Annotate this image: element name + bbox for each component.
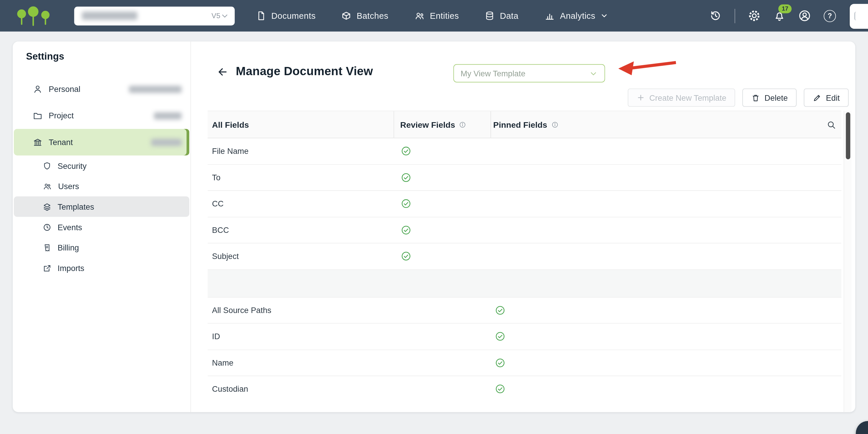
person-icon [33, 84, 42, 94]
batches-icon [341, 10, 352, 21]
chevron-down-icon [589, 69, 598, 78]
info-icon[interactable] [459, 121, 466, 128]
sidebar-item-events[interactable]: Events [14, 217, 189, 238]
review-check-icon[interactable] [401, 251, 411, 262]
sidebar-item-imports[interactable]: Imports [14, 258, 189, 278]
table-row: Subject [208, 243, 841, 270]
plus-icon [637, 93, 645, 102]
field-name: ID [208, 332, 220, 341]
redacted-project-value [154, 112, 182, 119]
view-template-select-value: My View Template [460, 69, 525, 78]
sidebar-item-tenant[interactable]: Tenant [14, 129, 189, 155]
annotation-red-arrow [611, 58, 680, 77]
column-label: Pinned Fields [493, 120, 548, 129]
sidebar-item-security[interactable]: Security [14, 155, 189, 176]
chevron-down-icon [600, 12, 609, 20]
nav-item-data[interactable]: Data [485, 10, 519, 21]
delete-button[interactable]: Delete [742, 89, 796, 107]
column-label: All Fields [212, 120, 249, 129]
notification-count-badge: 17 [778, 4, 792, 13]
nav-label: Documents [271, 11, 316, 21]
pinned-check-icon[interactable] [495, 357, 505, 368]
table-header: All Fields Review Fields Pinned Fields [208, 111, 841, 138]
column-header-all-fields: All Fields [212, 111, 249, 138]
pinned-check-icon[interactable] [495, 384, 505, 394]
sidebar-item-label: Project [49, 111, 74, 120]
pencil-icon [813, 93, 822, 102]
nav-item-documents[interactable]: Documents [256, 10, 316, 21]
nav-item-entities[interactable]: Entities [414, 10, 459, 21]
sidebar-item-label: Security [58, 161, 87, 170]
account-avatar-icon[interactable] [798, 9, 811, 22]
sidebar-item-templates[interactable]: Templates [14, 196, 189, 217]
top-nav: V5 Documents Batches Entities Data [0, 0, 868, 31]
column-divider [394, 111, 394, 138]
sidebar-item-billing[interactable]: Billing [14, 237, 189, 258]
nav-label: Analytics [560, 11, 595, 21]
table-scrollbar[interactable] [844, 111, 851, 412]
sidebar-item-label: Events [58, 223, 82, 231]
help-icon[interactable]: ? [824, 10, 836, 22]
create-new-template-button[interactable]: Create New Template [628, 89, 735, 107]
field-name: Name [208, 358, 233, 367]
nav-label: Entities [430, 11, 459, 21]
gear-icon[interactable] [748, 9, 761, 22]
shield-icon [42, 161, 52, 170]
sidebar-title: Settings [26, 51, 64, 63]
history-icon[interactable] [709, 9, 722, 22]
field-name: To [208, 173, 220, 182]
sidebar-item-label: Imports [58, 264, 84, 272]
fields-table: All Fields Review Fields Pinned Fields [208, 111, 841, 394]
field-name: Custodian [208, 385, 248, 394]
review-check-icon[interactable] [401, 172, 411, 182]
sidebar-list: Personal Project Tenant Security [14, 76, 189, 278]
column-divider [490, 111, 491, 138]
nav-label: Batches [357, 11, 389, 21]
cutoff-popup-glyph [854, 12, 860, 21]
back-button[interactable] [217, 65, 228, 77]
notifications-button[interactable]: 17 [773, 10, 785, 22]
review-check-icon[interactable] [401, 146, 411, 157]
org-selector[interactable]: V5 [74, 6, 235, 25]
button-label: Delete [765, 93, 788, 102]
table-body: File Name To CC BCC Subject [208, 138, 841, 394]
layers-icon [42, 202, 52, 211]
pinned-check-icon[interactable] [495, 331, 505, 342]
sidebar-item-personal[interactable]: Personal [14, 76, 189, 102]
page-header: Manage Document View [217, 65, 373, 78]
field-name: All Source Paths [208, 306, 271, 314]
manage-document-view-panel: Manage Document View My View Template Cr… [191, 41, 856, 412]
column-label: Review Fields [400, 120, 455, 129]
back-arrow-icon [217, 65, 228, 77]
org-version-label: V5 [212, 12, 220, 20]
info-icon[interactable] [551, 121, 558, 128]
field-name: CC [208, 199, 224, 208]
search-icon[interactable] [827, 120, 836, 130]
chevron-down-icon [220, 11, 229, 20]
nav-item-analytics[interactable]: Analytics [544, 10, 609, 21]
nav-divider [735, 8, 735, 23]
review-check-icon[interactable] [401, 199, 411, 209]
pinned-check-icon[interactable] [495, 305, 505, 316]
sidebar-item-label: Personal [49, 85, 81, 93]
analytics-icon [544, 10, 555, 21]
redacted-tenant-value [151, 139, 182, 146]
review-check-icon[interactable] [401, 225, 411, 235]
app-logo[interactable] [16, 5, 52, 27]
sidebar-item-users[interactable]: Users [14, 176, 189, 196]
nav-label: Data [500, 11, 518, 21]
action-buttons: Create New Template Delete Edit [628, 89, 848, 107]
document-icon [256, 10, 266, 21]
primary-nav: Documents Batches Entities Data Analytic… [256, 10, 609, 21]
users-icon [42, 182, 52, 191]
sidebar-item-project[interactable]: Project [14, 102, 189, 129]
sidebar-item-label: Tenant [49, 138, 73, 146]
view-template-select[interactable]: My View Template [454, 64, 605, 82]
import-arrow-icon [42, 264, 52, 272]
sidebar-item-label: Users [58, 182, 79, 191]
receipt-icon [42, 243, 52, 252]
chat-launcher[interactable] [856, 421, 868, 434]
scrollbar-thumb[interactable] [846, 112, 850, 159]
edit-button[interactable]: Edit [804, 89, 848, 107]
nav-item-batches[interactable]: Batches [341, 10, 389, 21]
